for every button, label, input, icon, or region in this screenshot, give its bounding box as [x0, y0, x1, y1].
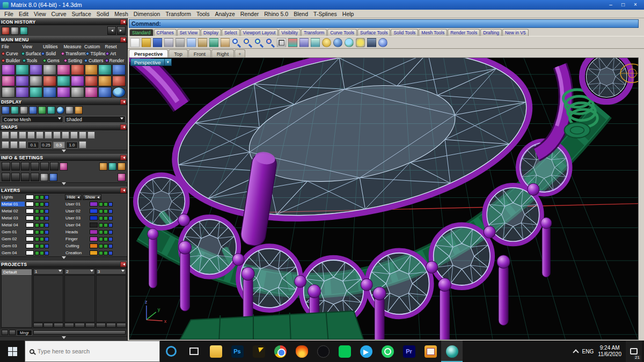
active-view-label[interactable]: Perspective — [130, 58, 165, 66]
select-filter-icon[interactable] — [288, 38, 297, 47]
display-mode-icon[interactable] — [47, 106, 55, 114]
menu-item-solid[interactable]: Solid — [94, 11, 112, 17]
display-mode-icon[interactable] — [11, 106, 19, 114]
zoom-selected-icon[interactable] — [266, 38, 275, 47]
layer-render-icon[interactable] — [45, 230, 49, 234]
projects-scrollbar[interactable] — [33, 330, 126, 335]
layer-render-icon[interactable] — [108, 230, 113, 234]
tool-icon[interactable] — [2, 87, 15, 98]
display-mode-icon[interactable] — [20, 106, 28, 114]
layer-color-swatch[interactable] — [90, 223, 98, 227]
layer-color-swatch[interactable] — [26, 216, 34, 220]
slot-button[interactable] — [116, 323, 126, 328]
cut-icon[interactable] — [175, 38, 185, 47]
layer-color-swatch[interactable] — [26, 202, 34, 206]
menu-item-mesh[interactable]: Mesh — [112, 11, 131, 17]
project-slot-preview[interactable] — [96, 275, 126, 322]
layer-user-02[interactable]: User 02 — [65, 209, 89, 213]
main-menu-art[interactable]: Art — [106, 51, 126, 56]
tab-transform[interactable]: Transform — [301, 29, 327, 36]
menu-item-rhino[interactable]: Rhino 5.0 — [261, 11, 291, 17]
add-project-button[interactable] — [2, 330, 8, 335]
layer-visible-icon[interactable] — [35, 209, 39, 213]
layer-gem-04[interactable]: Gem 04 — [1, 250, 25, 255]
layer-lock-icon[interactable] — [40, 195, 44, 200]
snap-toggle-icon[interactable] — [53, 131, 61, 139]
clock[interactable]: 9:24 AM 11/6/2020 — [598, 345, 621, 358]
slot-button[interactable] — [64, 323, 74, 328]
main-menu-render[interactable]: Render — [105, 58, 126, 63]
layer-user-01[interactable]: User 01 — [65, 202, 89, 206]
zoom-icon[interactable] — [232, 38, 241, 47]
snap-toggle-icon[interactable] — [62, 131, 69, 139]
layer-visible-icon[interactable] — [35, 230, 39, 234]
history-forward-button[interactable] — [117, 26, 126, 35]
display-mode-icon[interactable] — [2, 106, 10, 114]
tool-icon[interactable] — [85, 76, 98, 86]
tray-expand-icon[interactable] — [573, 349, 579, 355]
layer-lock-icon[interactable] — [104, 202, 108, 206]
tool-icon[interactable] — [16, 87, 29, 98]
sphere-icon[interactable] — [333, 38, 342, 47]
matrix-app-button[interactable] — [441, 341, 463, 362]
main-menu-surface[interactable]: Surface — [21, 51, 41, 56]
main-menu-cutters[interactable]: Cutters — [84, 58, 105, 63]
menu-item-dimension[interactable]: Dimension — [131, 11, 163, 17]
menu-item-transform[interactable]: Transform — [163, 11, 193, 17]
settings-icon[interactable] — [2, 173, 10, 181]
undo-icon[interactable] — [209, 38, 218, 47]
layer-finger[interactable]: Finger — [65, 237, 89, 241]
layer-lock-icon[interactable] — [40, 216, 44, 220]
menu-item-blend[interactable]: Blend — [291, 11, 311, 17]
panel-collapse-button[interactable] — [120, 188, 126, 193]
layer-render-icon[interactable] — [108, 244, 113, 248]
layer-lock-icon[interactable] — [40, 244, 44, 248]
layer-visible-icon[interactable] — [99, 237, 103, 241]
menu-item-file[interactable]: File — [2, 11, 16, 17]
layer-lock-icon[interactable] — [104, 237, 108, 241]
layer-user-03[interactable]: User 03 — [65, 216, 89, 220]
help-icon[interactable] — [378, 38, 387, 47]
flame-app-button[interactable] — [291, 341, 312, 362]
settings-icon[interactable] — [49, 173, 57, 181]
layer-color-swatch[interactable] — [26, 237, 34, 241]
tab-mesh-tools[interactable]: Mesh Tools — [419, 29, 447, 36]
snap-toggle-icon[interactable] — [2, 131, 9, 139]
tab-standard[interactable]: Standard — [129, 29, 153, 36]
minimize-button[interactable]: – — [605, 1, 617, 9]
print-icon[interactable] — [164, 38, 173, 47]
panel-scroll-hint[interactable] — [0, 336, 127, 341]
zoom-extents-icon[interactable] — [254, 38, 264, 47]
panel-scroll-hint[interactable] — [0, 256, 127, 261]
settings-icon[interactable] — [11, 162, 20, 171]
layer-visible-icon[interactable] — [99, 223, 103, 227]
display-mode-icon[interactable] — [38, 106, 46, 114]
layer-color-swatch[interactable] — [90, 202, 98, 206]
main-menu-utilities[interactable]: Utilities — [43, 44, 64, 49]
slot-button[interactable] — [106, 323, 116, 328]
viewport-view-selector[interactable]: Perspective ▼ — [130, 58, 172, 66]
layer-render-icon[interactable] — [108, 223, 113, 227]
settings-icon[interactable] — [21, 162, 30, 171]
snap-toggle-icon[interactable] — [70, 131, 78, 139]
menu-item-edit[interactable]: Edit — [16, 11, 31, 17]
main-menu-setting[interactable]: Setting — [64, 58, 85, 63]
tool-icon[interactable] — [71, 64, 84, 75]
snap-toggle-icon[interactable] — [19, 131, 26, 139]
layer-render-icon[interactable] — [45, 209, 49, 213]
tab-render-tools[interactable]: Render Tools — [448, 29, 480, 36]
viewport-canvas[interactable]: x y z Perspective ▼ — [129, 57, 639, 340]
tool-icon[interactable] — [57, 87, 70, 98]
snap-toggle-icon[interactable] — [27, 131, 35, 139]
layer-lock-icon[interactable] — [104, 223, 108, 227]
tool-icon[interactable] — [43, 87, 56, 98]
tool-icon[interactable] — [98, 87, 112, 98]
layer-color-swatch[interactable] — [26, 243, 34, 248]
snap-toggle-icon[interactable] — [10, 141, 18, 149]
tab-visibility[interactable]: Visibility — [279, 29, 301, 36]
settings-icon[interactable] — [40, 173, 48, 181]
remove-project-button[interactable] — [9, 330, 16, 335]
project-slot-header[interactable]: 3 — [96, 269, 126, 275]
history-tool-icon[interactable] — [2, 27, 10, 35]
layer-render-icon[interactable] — [108, 251, 113, 255]
